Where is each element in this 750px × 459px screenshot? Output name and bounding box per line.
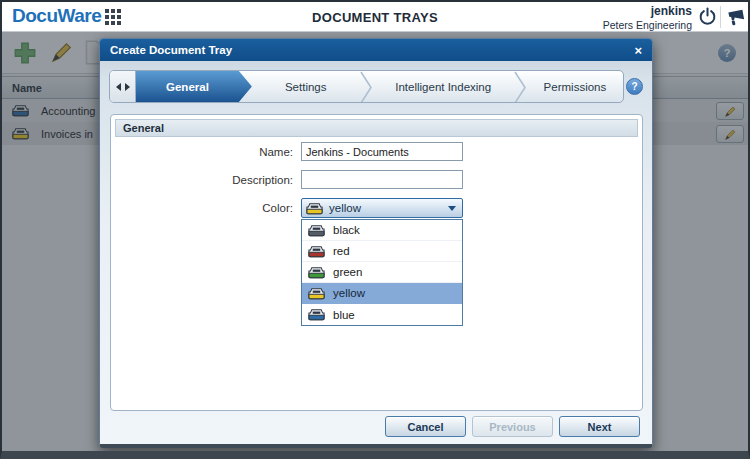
color-option-red[interactable]: red: [302, 241, 462, 262]
color-option-yellow[interactable]: yellow: [302, 283, 462, 304]
tray-icon-green: [308, 266, 325, 279]
user-organization: Peters Engineering: [603, 19, 692, 31]
app-window: DocuWare DOCUMENT TRAYS jenkins Peters E…: [0, 0, 750, 459]
color-option-label: blue: [333, 309, 355, 321]
tab-scroll-right-icon[interactable]: [125, 83, 130, 91]
tab-scroll-left-icon[interactable]: [116, 83, 121, 91]
description-label: Description:: [111, 170, 293, 190]
tab-general[interactable]: General: [136, 71, 252, 102]
logout-power-icon[interactable]: [697, 6, 718, 27]
color-option-green[interactable]: green: [302, 262, 462, 283]
tray-icon-blue: [308, 308, 325, 321]
user-info: jenkins Peters Engineering: [603, 5, 692, 31]
dialog-footer: Cancel Previous Next: [385, 416, 640, 437]
color-field-row: Color: yellow: [111, 198, 642, 218]
name-input[interactable]: [301, 142, 463, 161]
cancel-button[interactable]: Cancel: [385, 416, 466, 437]
close-icon[interactable]: ×: [634, 44, 642, 57]
dialog-titlebar[interactable]: Create Document Tray ×: [100, 39, 652, 61]
name-label: Name:: [111, 142, 293, 162]
chevron-down-icon: [448, 206, 456, 211]
tray-icon-red: [308, 245, 325, 258]
color-dropdown-value: yellow: [329, 202, 361, 214]
section-header-general: General: [115, 119, 638, 137]
tab-separator-chevron: [360, 71, 373, 102]
create-document-tray-dialog: Create Document Tray × General Settings …: [99, 38, 653, 448]
color-label: Color:: [111, 198, 293, 218]
next-button[interactable]: Next: [559, 416, 640, 437]
general-tab-panel: General Name: Description: Color: yellow: [110, 114, 643, 411]
color-option-label: black: [333, 224, 360, 236]
tray-icon-black: [308, 224, 325, 237]
announcements-megaphone-icon[interactable]: [724, 7, 745, 28]
description-input[interactable]: [301, 170, 463, 189]
color-option-label: green: [333, 266, 362, 278]
tab-settings[interactable]: Settings: [252, 71, 360, 102]
dialog-title: Create Document Tray: [110, 44, 232, 56]
color-option-black[interactable]: black: [302, 220, 462, 241]
wizard-tabstrip: General Settings Intelligent Indexing Pe…: [109, 70, 624, 103]
docuware-logo: DocuWare: [12, 5, 101, 27]
tray-icon-yellow: [306, 202, 323, 215]
top-header: DocuWare DOCUMENT TRAYS jenkins Peters E…: [2, 2, 748, 32]
tab-separator-chevron: [514, 71, 527, 102]
page-title: DOCUMENT TRAYS: [312, 10, 438, 25]
header-divider: [720, 6, 721, 28]
user-name: jenkins: [603, 5, 692, 19]
tab-scroll-buttons[interactable]: [110, 71, 136, 102]
color-option-blue[interactable]: blue: [302, 304, 462, 325]
previous-button[interactable]: Previous: [472, 416, 553, 437]
tab-intelligent-indexing[interactable]: Intelligent Indexing: [372, 71, 514, 102]
tab-permissions[interactable]: Permissions: [527, 71, 623, 102]
name-field-row: Name:: [111, 142, 642, 162]
color-option-label: yellow: [333, 287, 365, 299]
dialog-help-icon[interactable]: ?: [626, 78, 643, 95]
color-dropdown-list: black red green yellow: [301, 219, 463, 326]
color-dropdown[interactable]: yellow: [301, 198, 463, 218]
color-option-label: red: [333, 245, 350, 257]
app-grid-icon[interactable]: [105, 9, 121, 25]
description-field-row: Description:: [111, 170, 642, 190]
tray-icon-yellow: [308, 287, 325, 300]
